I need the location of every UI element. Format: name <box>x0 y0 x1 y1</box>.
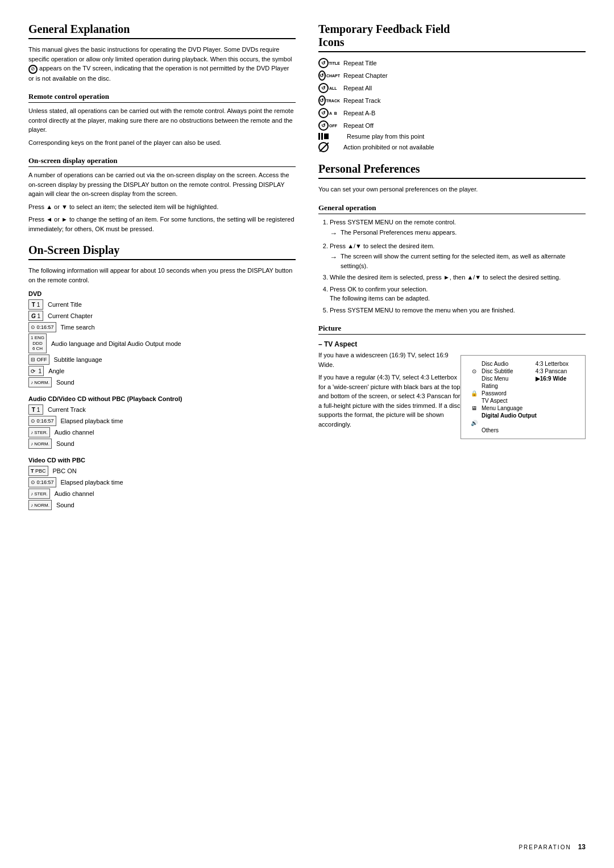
step-2-arrow: → The screen will show the current setti… <box>330 252 586 270</box>
preview-icon-cell <box>468 360 480 368</box>
osd-label-sound: Sound <box>56 379 74 386</box>
osd-label-pbc: PBC ON <box>53 468 77 474</box>
preview-value <box>534 404 578 412</box>
osd-row: ♪ NORM. Sound <box>28 500 296 510</box>
audio-cd-label: Audio CD/Video CD without PBC (Playback … <box>28 395 296 402</box>
action-prohibited-label: Action prohibited or not available <box>343 144 434 151</box>
personal-preferences-body: You can set your own personal preference… <box>318 185 586 194</box>
step-2: Press ▲/▼ to select the desired item. → … <box>330 241 586 271</box>
repeat-chapter-icon: ↺ CHAPT <box>318 70 340 81</box>
preview-value: 4:3 Panscan <box>534 368 578 375</box>
osd-label-track: Current Track <box>48 406 86 413</box>
general-explanation-title: General Explanation <box>28 23 296 39</box>
remote-control-title: Remote control operation <box>28 92 296 103</box>
preview-label: Rating <box>480 382 534 390</box>
on-screen-display-section: On-Screen Display The following informat… <box>28 244 296 510</box>
preview-label: Disc Subtitle <box>480 368 534 375</box>
preview-value <box>534 382 578 390</box>
personal-preferences-title: Personal Preferences <box>318 162 586 179</box>
osd-label-audio-ch2: Audio channel <box>55 490 94 497</box>
preview-label: Others <box>480 427 534 434</box>
repeat-all-label: Repeat All <box>343 85 372 91</box>
feedback-row: ↺ ALL Repeat All <box>318 83 586 93</box>
osd-icon-audio-ch2: ♪ STER. <box>28 489 50 499</box>
on-screen-display-title: On-Screen Display <box>28 244 296 260</box>
preview-label: TV Aspect <box>480 397 534 404</box>
osd-row: ⟳ 1 Angle <box>28 366 296 376</box>
osd-icon-subtitle: ⊟ OFF <box>28 354 49 365</box>
repeat-chapter-label: Repeat Chapter <box>343 72 388 79</box>
osd-row: T PBC PBC ON <box>28 466 296 476</box>
step-3: While the desired item is selected, pres… <box>330 273 586 282</box>
picture-title: Picture <box>318 324 586 335</box>
feedback-row: Resume play from this point <box>318 133 586 140</box>
picture-preview: Disc Audio 4:3 Letterbox ⊙ Disc Subtitle… <box>460 355 586 439</box>
osd-icon-sound: ♪ NORM. <box>28 377 52 387</box>
feedback-table: ↺ TITLE Repeat Title ↺ CHAPT Repeat Chap… <box>318 58 586 152</box>
osd-icon-sound2: ♪ NORM. <box>28 439 52 449</box>
audio-cd-section: Audio CD/Video CD without PBC (Playback … <box>28 395 296 449</box>
osd-label-sound2: Sound <box>56 440 74 447</box>
osd-icon-title: T 1 <box>28 299 43 310</box>
preview-icon-cell <box>468 397 480 404</box>
osd-row: ♪ STER. Audio channel <box>28 489 296 499</box>
step-4-sub: The following items can be adapted. <box>330 295 430 302</box>
osd-label-sound3: Sound <box>56 502 74 508</box>
page-layout: General Explanation This manual gives th… <box>28 23 586 520</box>
osd-icon-elapsed2: ⊙ 0:16:57 <box>28 477 56 487</box>
repeat-title-icon: ↺ TITLE <box>318 58 340 68</box>
repeat-all-icon: ↺ ALL <box>318 83 340 93</box>
onscreen-display-body3: Press ◄ or ► to change the setting of an… <box>28 215 296 233</box>
osd-label-audio-ch: Audio channel <box>55 429 94 436</box>
repeat-track-label: Repeat Track <box>343 97 380 104</box>
osd-icon-angle: ⟳ 1 <box>28 366 44 376</box>
osd-row: ♪ NORM. Sound <box>28 439 296 449</box>
onscreen-display-body: A number of operations can be carried ou… <box>28 170 296 199</box>
step-4: Press OK to confirm your selection. The … <box>330 285 586 303</box>
preview-row: Rating <box>468 382 578 390</box>
preview-icon-cell: 🔊 <box>468 419 480 427</box>
resume-play-icon <box>318 133 343 140</box>
preview-value <box>534 397 578 404</box>
osd-label-time: Time search <box>61 324 95 331</box>
osd-icon-sound3: ♪ NORM. <box>28 500 52 510</box>
preview-row: Disc Menu ▶16:9 Wide <box>468 375 578 382</box>
osd-label-audio: Audio language and Digital Audio Output … <box>51 340 181 347</box>
left-column: General Explanation This manual gives th… <box>28 23 296 520</box>
preview-value <box>534 419 578 427</box>
preview-row: 🔒 Password <box>468 390 578 397</box>
preview-row: Disc Audio 4:3 Letterbox <box>468 360 578 368</box>
general-operation-title: General operation <box>318 203 586 214</box>
preview-label: Menu Language <box>480 404 534 412</box>
osd-row: 1 ENG DDD 6 CH Audio language and Digita… <box>28 333 296 353</box>
feedback-row: ↺ TRACK Repeat Track <box>318 95 586 106</box>
step-5: Press SYSTEM MENU to remove the menu whe… <box>330 306 586 315</box>
preview-label: Digital Audio Output <box>480 412 578 419</box>
repeat-off-icon: ↺ OFF <box>318 120 340 131</box>
osd-label-chapter: Current Chapter <box>48 312 93 319</box>
feedback-row: ↺ TITLE Repeat Title <box>318 58 586 68</box>
repeat-ab-icon: ↺ A B <box>318 108 340 118</box>
feedback-icons-section: Temporary Feedback FieldIcons ↺ TITLE Re… <box>318 23 586 152</box>
preview-icon-cell <box>468 382 480 390</box>
osd-label-elapsed: Elapsed playback time <box>61 418 123 424</box>
osd-row: T 1 Current Track <box>28 404 296 415</box>
general-explanation-section: General Explanation This manual gives th… <box>28 23 296 233</box>
preview-value <box>534 390 578 397</box>
preview-table: Disc Audio 4:3 Letterbox ⊙ Disc Subtitle… <box>468 360 578 434</box>
preview-value: ▶16:9 Wide <box>534 375 578 382</box>
osd-row: ⊙ 0:16:57 Time search <box>28 322 296 332</box>
tv-aspect-title: – TV Aspect <box>318 340 586 348</box>
preview-value <box>534 427 578 434</box>
action-prohibited-icon <box>318 142 340 152</box>
preview-icon-cell: 🖥 <box>468 404 480 412</box>
osd-row: T 1 Current Title <box>28 299 296 310</box>
arrow-icon: → <box>330 228 337 239</box>
repeat-track-icon: ↺ TRACK <box>318 95 340 106</box>
osd-row: G 1 Current Chapter <box>28 311 296 321</box>
preview-label: Password <box>480 390 534 397</box>
osd-row: ⊙ 0:16:57 Elapsed playback time <box>28 416 296 426</box>
step-1: Press SYSTEM MENU on the remote control.… <box>330 218 586 239</box>
feedback-row: ↺ A B Repeat A-B <box>318 108 586 118</box>
osd-label-angle: Angle <box>48 368 64 374</box>
